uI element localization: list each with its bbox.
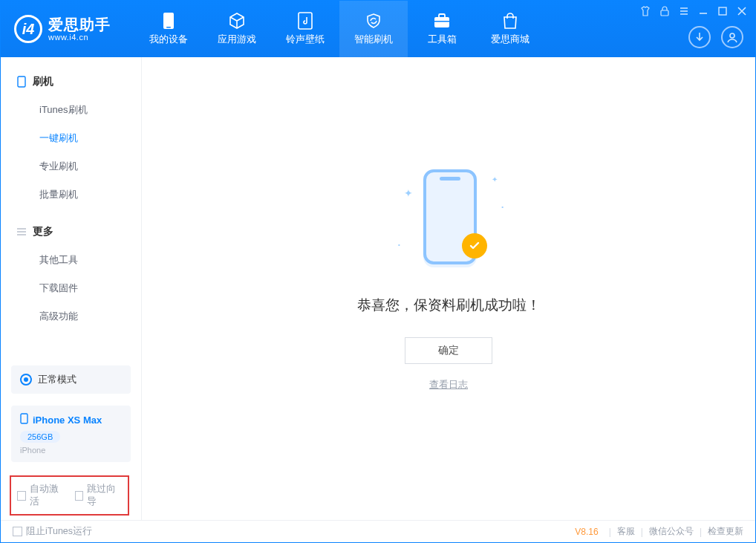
checkbox-block-itunes[interactable]: 阻止iTunes运行 — [13, 525, 92, 538]
sidebar: 刷机 iTunes刷机 一键刷机 专业刷机 批量刷机 更多 其他工具 下载固件 … — [1, 57, 142, 520]
view-log-link[interactable]: 查看日志 — [429, 379, 468, 391]
success-illustration: ✦ ✦ • • — [404, 156, 493, 275]
svg-rect-7 — [719, 7, 726, 15]
sidebar-item-batch-flash[interactable]: 批量刷机 — [1, 181, 141, 209]
top-nav: 我的设备 应用游戏 铃声壁纸 智能刷机 工具箱 爱思商城 — [134, 1, 544, 57]
device-small-icon — [20, 413, 28, 426]
app-header: i4 爱思助手 www.i4.cn 我的设备 应用游戏 铃声壁纸 智能刷机 工具… — [1, 1, 755, 57]
svg-rect-5 — [434, 21, 449, 22]
minimize-icon[interactable] — [697, 5, 709, 17]
download-button[interactable] — [688, 26, 711, 48]
sidebar-section-more: 更多 — [1, 218, 141, 246]
user-account-button[interactable] — [721, 26, 743, 48]
briefcase-icon — [433, 12, 451, 30]
checkbox-skip-guide[interactable]: 跳过向导 — [75, 483, 123, 508]
sidebar-section-title: 更多 — [33, 225, 53, 238]
music-file-icon — [296, 12, 314, 30]
svg-rect-9 — [18, 77, 25, 87]
checkbox-label: 阻止iTunes运行 — [26, 525, 92, 538]
device-capacity-badge: 256GB — [20, 431, 60, 443]
app-logo: i4 爱思助手 www.i4.cn — [1, 1, 124, 57]
svg-rect-3 — [434, 17, 449, 27]
window-controls — [639, 5, 748, 17]
svg-rect-4 — [439, 14, 445, 18]
close-icon[interactable] — [736, 5, 748, 17]
nav-label: 我的设备 — [149, 33, 188, 46]
phone-icon — [160, 12, 177, 30]
device-info-card[interactable]: iPhone XS Max 256GB iPhone — [11, 406, 131, 462]
svg-point-8 — [730, 33, 734, 38]
device-type: iPhone — [20, 446, 122, 455]
sparkle-icon: • — [398, 241, 400, 248]
nav-label: 应用游戏 — [218, 33, 256, 46]
nav-label: 铃声壁纸 — [286, 33, 325, 46]
refresh-shield-icon — [365, 12, 382, 30]
ok-button[interactable]: 确定 — [405, 337, 492, 364]
brand-subtitle: www.i4.cn — [48, 33, 111, 42]
sidebar-section-flash: 刷机 — [1, 68, 141, 96]
sidebar-item-pro-flash[interactable]: 专业刷机 — [1, 152, 141, 181]
sidebar-item-download-firmware[interactable]: 下载固件 — [1, 274, 141, 302]
nav-smart-flash[interactable]: 智能刷机 — [339, 1, 408, 57]
nav-store[interactable]: 爱思商城 — [476, 1, 544, 57]
sparkle-icon: ✦ — [492, 175, 498, 183]
footer-link-update[interactable]: 检查更新 — [708, 525, 743, 538]
sidebar-section-title: 刷机 — [33, 75, 53, 88]
lock-icon[interactable] — [659, 5, 671, 17]
options-highlight-box: 自动激活 跳过向导 — [10, 475, 129, 516]
menu-icon[interactable] — [678, 5, 690, 17]
sidebar-item-advanced[interactable]: 高级功能 — [1, 302, 141, 331]
shopping-bag-icon — [501, 12, 519, 30]
sidebar-item-other-tools[interactable]: 其他工具 — [1, 246, 141, 274]
brand-title: 爱思助手 — [48, 16, 111, 33]
nav-label: 工具箱 — [428, 33, 457, 46]
mode-indicator-icon — [20, 374, 32, 386]
main-content: ✦ ✦ • • 恭喜您，保资料刷机成功啦！ 确定 查看日志 — [142, 57, 755, 520]
footer-link-support[interactable]: 客服 — [617, 525, 635, 538]
shirt-icon[interactable] — [639, 5, 651, 17]
checkmark-badge-icon — [462, 233, 487, 259]
sidebar-item-itunes-flash[interactable]: iTunes刷机 — [1, 96, 141, 124]
checkbox-label: 自动激活 — [30, 483, 65, 508]
mode-label: 正常模式 — [38, 373, 76, 386]
footer-link-wechat[interactable]: 微信公众号 — [649, 525, 694, 538]
svg-rect-0 — [163, 13, 174, 29]
success-message: 恭喜您，保资料刷机成功啦！ — [357, 296, 541, 315]
device-mode-card[interactable]: 正常模式 — [11, 365, 131, 394]
checkbox-label: 跳过向导 — [87, 483, 122, 508]
list-icon — [16, 227, 27, 238]
sidebar-item-oneclick-flash[interactable]: 一键刷机 — [1, 124, 141, 152]
nav-apps-games[interactable]: 应用游戏 — [203, 1, 271, 57]
version-label: V8.16 — [575, 527, 598, 537]
svg-rect-10 — [21, 414, 27, 423]
device-outline-icon — [16, 77, 27, 88]
cube-icon — [228, 12, 246, 30]
device-name: iPhone XS Max — [33, 414, 102, 426]
maximize-icon[interactable] — [717, 5, 729, 17]
checkbox-auto-activate[interactable]: 自动激活 — [17, 483, 65, 508]
status-bar: 阻止iTunes运行 V8.16 | 客服 | 微信公众号 | 检查更新 — [1, 520, 755, 542]
sparkle-icon: • — [501, 204, 504, 210]
svg-rect-6 — [661, 10, 668, 16]
svg-rect-1 — [166, 27, 171, 28]
nav-toolbox[interactable]: 工具箱 — [408, 1, 476, 57]
nav-my-device[interactable]: 我的设备 — [134, 1, 203, 57]
sparkle-icon: ✦ — [404, 187, 413, 199]
nav-label: 智能刷机 — [354, 33, 393, 46]
nav-ringtone-wallpaper[interactable]: 铃声壁纸 — [271, 1, 339, 57]
logo-icon: i4 — [14, 15, 42, 43]
nav-label: 爱思商城 — [491, 33, 529, 46]
